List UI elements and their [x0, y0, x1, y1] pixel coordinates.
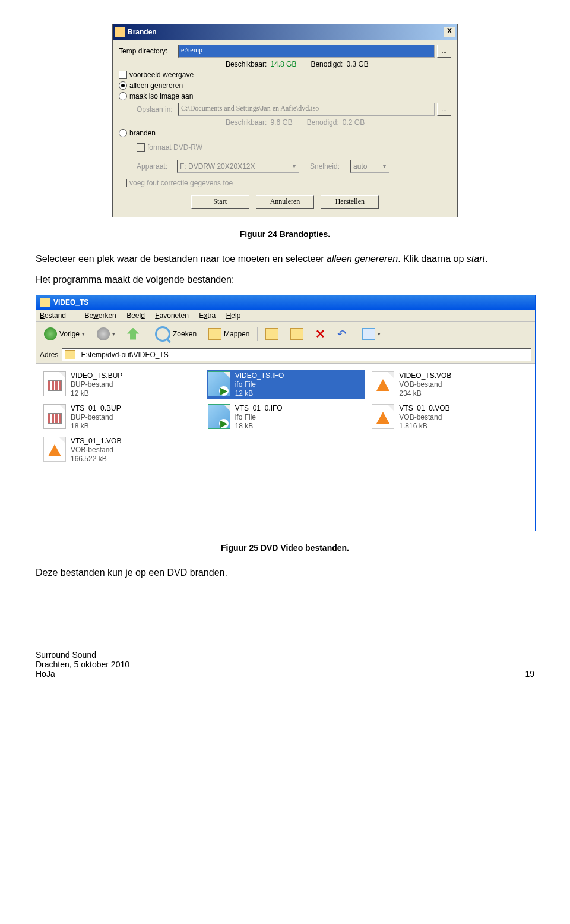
explorer-titlebar[interactable]: VIDEO_TS — [36, 295, 535, 310]
device-label: Apparaat: — [137, 162, 172, 171]
cancel-button[interactable]: Annuleren — [256, 195, 314, 209]
available-value: 14.8 GB — [270, 60, 296, 68]
ifo-file-icon — [208, 404, 230, 429]
file-item[interactable]: VIDEO_TS.IFOifo File12 kB — [207, 370, 365, 399]
folder-icon — [40, 298, 50, 307]
views-button[interactable]: ▾ — [358, 326, 385, 342]
undo-button[interactable]: ↶ — [333, 326, 350, 342]
file-size: 234 kB — [399, 389, 451, 398]
menubar: Bestanddocument.currentScript.previousEl… — [36, 310, 535, 322]
file-name: VTS_01_0.VOB — [399, 404, 449, 413]
vob-file-icon — [372, 371, 394, 396]
preview-label: voorbeeld weergave — [129, 71, 194, 79]
file-type: ifo File — [235, 380, 284, 389]
paragraph-1: Selecteer een plek waar de bestanden naa… — [36, 253, 534, 266]
required-value: 0.3 GB — [346, 60, 368, 68]
back-button[interactable]: Vorige ▾ — [40, 326, 89, 342]
figure-caption-25: Figuur 25 DVD Video bestanden. — [36, 543, 534, 553]
file-item[interactable]: VIDEO_TS.VOBVOB-bestand234 kB — [370, 370, 529, 399]
menu-favorites[interactable]: Favorieten — [155, 311, 189, 320]
format-dvdrw-label: formaat DVD-RW — [147, 143, 202, 152]
preview-checkbox[interactable] — [119, 71, 127, 79]
bup-file-icon — [43, 404, 66, 429]
chevron-down-icon: ▾ — [289, 161, 299, 172]
file-item[interactable]: VTS_01_0.IFOifo File18 kB — [207, 403, 365, 432]
menu-extra[interactable]: Extra — [199, 311, 216, 320]
copy-to-button[interactable] — [286, 326, 308, 342]
addressbar: Adres E:\temp\dvd-out\VIDEO_TS — [36, 346, 535, 364]
speed-combo: auto ▾ — [350, 160, 390, 173]
required2-value: 0.2 GB — [343, 118, 365, 127]
file-size: 1.816 kB — [399, 422, 449, 431]
menu-file[interactable]: Bestanddocument.currentScript.previousEl… — [40, 311, 74, 320]
reset-button[interactable]: Herstellen — [321, 195, 379, 209]
file-type: VOB-bestand — [71, 446, 121, 455]
delete-icon: ✕ — [315, 327, 325, 341]
menu-edit[interactable]: Bewerken — [84, 311, 116, 320]
page-footer: Surround Sound Drachten, 5 oktober 2010 … — [36, 650, 534, 679]
vob-file-icon — [43, 437, 66, 462]
search-button[interactable]: Zoeken — [151, 324, 201, 343]
required-label: Benodigd: — [311, 60, 343, 68]
up-button[interactable] — [123, 326, 143, 342]
file-item[interactable]: VTS_01_1.VOBVOB-bestand166.522 kB — [42, 436, 201, 465]
address-label: Adres — [40, 351, 58, 359]
file-type: ifo File — [235, 413, 283, 422]
ecc-label: voeg fout correctie gegevens toe — [129, 179, 233, 187]
footer-line1: Surround Sound — [36, 650, 129, 660]
burn-radio[interactable] — [119, 129, 127, 137]
speed-value: auto — [353, 162, 367, 171]
toolbar: Vorige ▾ ▾ Zoeken Mappen ✕ ↶ — [36, 322, 535, 346]
folder-move-icon — [265, 328, 278, 340]
temp-dir-label: Temp directory: — [119, 47, 178, 55]
delete-button[interactable]: ✕ — [311, 325, 330, 343]
footer-line2: Drachten, 5 oktober 2010 — [36, 660, 129, 669]
file-name: VTS_01_1.VOB — [71, 437, 121, 446]
available2-label: Beschikbaar: — [226, 118, 267, 127]
save-in-browse-button: ... — [437, 103, 451, 116]
search-icon — [155, 326, 170, 342]
file-type: BUP-bestand — [71, 380, 122, 389]
file-name: VIDEO_TS.VOB — [399, 371, 451, 380]
file-name: VIDEO_TS.BUP — [71, 371, 122, 380]
back-icon — [44, 327, 57, 340]
move-to-button[interactable] — [261, 326, 283, 342]
save-in-label: Opslaan in: — [137, 105, 178, 113]
generate-only-radio[interactable] — [119, 81, 127, 90]
available-label: Beschikbaar: — [226, 60, 267, 68]
bup-file-icon — [43, 371, 66, 396]
close-button[interactable]: X — [444, 27, 455, 37]
make-iso-label: maak iso image aan — [129, 92, 193, 100]
address-input[interactable]: E:\temp\dvd-out\VIDEO_TS — [62, 348, 531, 361]
forward-button[interactable]: ▾ — [93, 326, 119, 342]
make-iso-radio[interactable] — [119, 92, 127, 100]
views-icon — [362, 328, 375, 340]
dialog-title: Branden — [128, 28, 157, 36]
file-item[interactable]: VTS_01_0.BUPBUP-bestand18 kB — [42, 403, 201, 432]
file-item[interactable]: VTS_01_0.VOBVOB-bestand1.816 kB — [370, 403, 529, 432]
folders-button[interactable]: Mappen — [204, 326, 254, 342]
chevron-down-icon: ▾ — [379, 161, 389, 172]
available2-value: 9.6 GB — [270, 118, 292, 127]
undo-icon: ↶ — [337, 327, 346, 340]
required2-label: Benodigd: — [307, 118, 339, 127]
file-type: BUP-bestand — [71, 413, 121, 422]
file-item[interactable]: VIDEO_TS.BUPBUP-bestand12 kB — [42, 370, 201, 399]
start-button[interactable]: Start — [191, 195, 249, 209]
save-in-input: C:\Documents and Settings\Jan en Aafie\d… — [178, 103, 435, 116]
file-size: 18 kB — [71, 422, 121, 431]
temp-dir-input[interactable]: e:\temp — [178, 45, 435, 58]
dialog-titlebar[interactable]: Branden X — [113, 24, 457, 40]
up-icon — [127, 328, 139, 340]
device-value: F: DVDRW 20X20X12X — [180, 162, 255, 171]
temp-dir-browse-button[interactable]: ... — [437, 45, 451, 58]
files-area[interactable]: VIDEO_TS.BUPBUP-bestand12 kBVIDEO_TS.IFO… — [36, 364, 535, 531]
figure-caption-24: Figuur 24 Brandopties. — [36, 229, 534, 239]
menu-view[interactable]: Beeld — [126, 311, 145, 320]
file-size: 12 kB — [235, 389, 284, 398]
chevron-down-icon: ▾ — [82, 331, 85, 337]
ifo-file-icon — [208, 371, 230, 396]
explorer-window: VIDEO_TS Bestanddocument.currentScript.p… — [36, 295, 536, 531]
menu-help[interactable]: Help — [226, 311, 241, 320]
file-size: 18 kB — [235, 422, 283, 431]
